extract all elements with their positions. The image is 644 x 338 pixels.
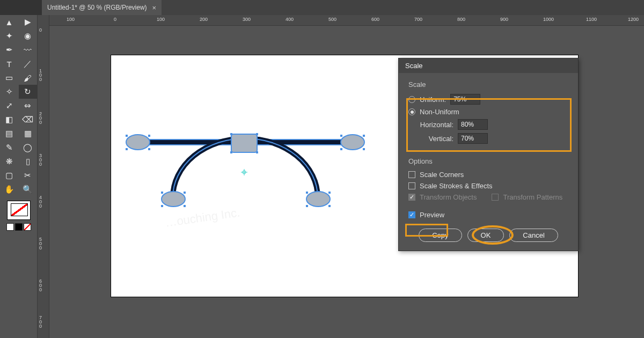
svg-rect-14 (256, 133, 258, 135)
free-transform-tool-icon[interactable]: ◧ (0, 113, 18, 127)
curvature-tool-icon[interactable]: 〰 (19, 43, 37, 57)
ruler-tick: 900 (500, 17, 508, 22)
horizontal-ruler: 100 0 100 200 300 400 500 600 700 800 90… (49, 15, 644, 26)
svg-point-4 (162, 192, 185, 207)
blend-tool-icon[interactable]: ◯ (19, 141, 37, 155)
scale-corners-row[interactable]: Scale Corners (408, 171, 568, 179)
svg-rect-10 (148, 135, 150, 137)
svg-rect-18 (363, 135, 365, 137)
svg-rect-21 (161, 192, 163, 194)
preview-checkbox[interactable] (408, 211, 415, 218)
line-tool-icon[interactable]: ／ (19, 57, 37, 71)
dialog-title: Scale (399, 58, 578, 73)
selection-tool-icon[interactable]: ▲ (0, 15, 18, 29)
uniform-input[interactable] (450, 94, 480, 105)
document-tab[interactable]: Untitled-1* @ 50 % (RGB/Preview) × (42, 0, 162, 15)
transform-patterns-checkbox (492, 194, 499, 201)
svg-rect-11 (126, 148, 128, 150)
svg-rect-26 (328, 192, 331, 194)
svg-rect-9 (126, 135, 128, 137)
svg-rect-13 (230, 133, 232, 135)
horizontal-label: Horizontal: (417, 121, 453, 129)
magic-wand-tool-icon[interactable]: ✦ (0, 29, 18, 43)
svg-rect-24 (184, 205, 186, 207)
scale-strokes-checkbox[interactable] (408, 182, 415, 189)
cancel-button[interactable]: Cancel (509, 229, 558, 242)
ruler-tick: 700 (39, 315, 42, 328)
brush-tool-icon[interactable]: 🖌 (19, 71, 37, 85)
graph-tool-icon[interactable]: ▯ (19, 155, 37, 168)
gradient-tool-icon[interactable]: ▤ (0, 127, 18, 141)
ruler-tick: 500 (39, 237, 42, 250)
ruler-tick: 1200 (628, 17, 639, 22)
ruler-tick: 500 (328, 17, 336, 22)
lasso-tool-icon[interactable]: ◉ (19, 29, 37, 43)
copy-button[interactable]: Copy (419, 229, 462, 242)
type-tool-icon[interactable]: T (0, 57, 18, 71)
ruler-tick: 200 (200, 17, 208, 22)
svg-rect-20 (363, 148, 365, 150)
transform-patterns-label: Transform Patterns (503, 193, 562, 201)
color-mode-icon[interactable] (6, 223, 14, 231)
ruler-tick: 400 (286, 17, 294, 22)
ruler-tick: 200 (39, 112, 42, 124)
svg-point-2 (126, 135, 150, 150)
hand-tool-icon[interactable]: ✋ (0, 182, 18, 196)
tabbar-corner (0, 0, 42, 15)
scale-corners-label: Scale Corners (420, 171, 464, 179)
svg-rect-12 (148, 148, 150, 150)
slice-tool-icon[interactable]: ✂ (19, 168, 37, 182)
options-section-label: Options (408, 157, 568, 165)
zoom-tool-icon[interactable]: 🔍 (19, 182, 37, 196)
ruler-tick: 0 (114, 17, 116, 22)
ruler-tick: 300 (39, 153, 42, 166)
uniform-radio[interactable] (408, 96, 415, 103)
horizontal-input[interactable] (458, 119, 488, 130)
svg-rect-16 (256, 151, 258, 153)
shaper-tool-icon[interactable]: ✧ (0, 85, 18, 99)
scale-corners-checkbox[interactable] (408, 171, 415, 178)
svg-rect-22 (184, 192, 186, 194)
eraser-tool-icon[interactable]: ⌫ (19, 113, 37, 127)
gradient-mode-icon[interactable] (15, 223, 23, 231)
svg-rect-1 (231, 134, 257, 152)
vertical-ruler: 0 100 200 300 400 500 600 700 (38, 15, 49, 338)
eyedropper-tool-icon[interactable]: ✎ (0, 141, 18, 155)
preview-label: Preview (420, 211, 444, 219)
ruler-tick: 800 (457, 17, 465, 22)
uniform-row[interactable]: Uniform: (408, 94, 568, 105)
nonuniform-row[interactable]: Non-Uniform (408, 108, 568, 116)
rotate-tool-icon[interactable]: ↻ (19, 85, 37, 99)
vertical-input[interactable] (458, 133, 488, 144)
canvas[interactable]: …ouching Inc. Scale Scale Uniform: Non-U… (49, 26, 644, 338)
rectangle-tool-icon[interactable]: ▭ (0, 71, 18, 85)
transform-objects-checkbox (408, 194, 415, 201)
scale-strokes-row[interactable]: Scale Strokes & Effects (408, 182, 568, 190)
svg-rect-27 (306, 205, 308, 207)
pen-tool-icon[interactable]: ✒ (0, 43, 18, 57)
fill-swatch-icon[interactable] (7, 201, 31, 220)
svg-rect-23 (161, 205, 163, 207)
preview-row[interactable]: Preview (408, 211, 568, 219)
nonuniform-radio[interactable] (408, 108, 415, 115)
width-tool-icon[interactable]: ⇔ (19, 99, 37, 113)
artboard-tool-icon[interactable]: ▢ (0, 168, 18, 182)
scale-tool-icon[interactable]: ⤢ (0, 99, 18, 113)
mesh-tool-icon[interactable]: ▦ (19, 127, 37, 141)
svg-rect-25 (306, 192, 308, 194)
ruler-tick: 300 (243, 17, 251, 22)
symbol-sprayer-tool-icon[interactable]: ❋ (0, 155, 18, 168)
nonuniform-label: Non-Uniform (420, 108, 459, 116)
ruler-tick: 600 (371, 17, 379, 22)
ruler-tick: 100 (67, 17, 75, 22)
document-tab-bar: Untitled-1* @ 50 % (RGB/Preview) × (0, 0, 644, 15)
fill-stroke-swatch[interactable] (0, 199, 37, 231)
vertical-row: Vertical: (408, 133, 568, 144)
horizontal-row: Horizontal: (408, 119, 568, 130)
direct-selection-tool-icon[interactable]: ▶ (19, 15, 37, 29)
none-mode-icon[interactable] (24, 223, 31, 231)
ok-button[interactable]: OK (467, 229, 504, 242)
close-icon[interactable]: × (152, 4, 157, 12)
ruler-tick: 400 (39, 195, 42, 208)
scale-section-label: Scale (408, 80, 568, 89)
